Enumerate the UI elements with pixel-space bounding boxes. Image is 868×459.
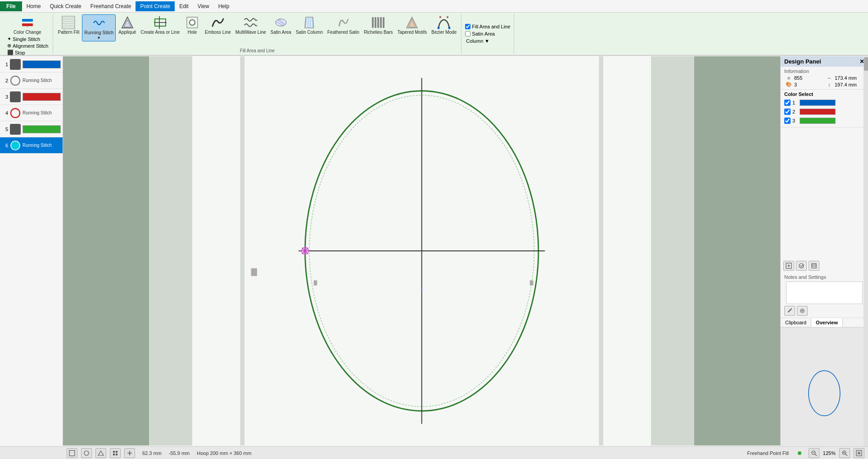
color-bar-5 [23, 125, 61, 133]
color-3-bar [800, 118, 836, 124]
hoop-size: Hoop 200 mm × 360 mm [197, 450, 251, 456]
panel-icon-3[interactable] [809, 261, 819, 271]
bezier-mode-button[interactable]: Bezier Mode [429, 14, 458, 36]
running-stitch-button[interactable]: Running Stitch▾ [82, 14, 116, 41]
color-num-1: 1 [2, 62, 8, 67]
svg-marker-77 [98, 451, 104, 455]
color-1-check[interactable] [784, 100, 791, 106]
multiwave-line-button[interactable]: MultiWave Line [234, 14, 268, 36]
color-change-icon: " [20, 15, 35, 30]
satin-area-label: Satin Area [271, 30, 291, 35]
svg-rect-90 [858, 452, 860, 454]
status-icon-2[interactable] [81, 448, 92, 458]
satin-area-icon [274, 15, 288, 30]
color-row-5[interactable]: 5 [0, 121, 63, 137]
panel-tabs: Clipboard Overview [781, 318, 868, 327]
color-select-row-3[interactable]: 3 [784, 116, 864, 125]
main-canvas[interactable] [192, 56, 651, 445]
height-value: 197.4 mm [835, 82, 864, 87]
tapered-motifs-button[interactable]: Tapered Motifs [396, 14, 429, 36]
svg-rect-81 [116, 454, 118, 455]
clipboard-tab[interactable]: Clipboard [781, 318, 811, 327]
pattern-fill-button[interactable]: Pattern Fill [56, 14, 81, 36]
feathered-satin-icon [336, 15, 351, 30]
color-2-num: 2 [792, 109, 798, 114]
fill-area-line-check[interactable] [465, 24, 470, 29]
svg-rect-79 [116, 451, 118, 453]
create-area-line-button[interactable]: Create Area or Line [139, 14, 181, 36]
fill-type: Freehand Point Fill [747, 450, 789, 456]
emboss-line-button[interactable]: Emboss Line [203, 14, 233, 36]
width-value: 173.4 mm [835, 75, 864, 81]
status-icon-3[interactable] [95, 448, 106, 458]
status-fit-button[interactable] [854, 448, 864, 458]
right-panel-scrollbar[interactable] [863, 56, 868, 459]
svg-point-42 [11, 141, 20, 150]
feathered-satin-button[interactable]: Feathered Satin [326, 14, 361, 36]
color-row-4[interactable]: 4 Running Stitch [0, 105, 63, 121]
notes-label: Notes and Settings [784, 274, 864, 280]
status-icon-1[interactable] [67, 448, 77, 458]
svg-point-76 [84, 451, 89, 455]
zoom-in-button[interactable] [839, 448, 850, 458]
fill-area-line-option[interactable]: Fill Area and Line [464, 23, 511, 30]
zoom-out-button[interactable] [809, 448, 819, 458]
color-select-row-1[interactable]: 1 [784, 98, 864, 107]
emboss-line-label: Emboss Line [205, 30, 231, 35]
color-change-button[interactable]: " Color Change [18, 14, 37, 36]
pattern-fill-icon [61, 15, 76, 30]
freehand-create-menu[interactable]: Freehand Create [86, 1, 136, 11]
satin-area-check[interactable] [465, 31, 470, 36]
color-row-6[interactable]: 6 Running Stitch [0, 137, 63, 154]
color-row-1[interactable]: 1 [0, 56, 63, 73]
color-select-row-2[interactable]: 2 [784, 107, 864, 116]
hole-icon [185, 15, 199, 30]
satin-column-button[interactable]: Satin Column [294, 14, 325, 36]
svg-point-33 [438, 27, 440, 29]
edit-menu[interactable]: Edit [175, 1, 193, 11]
view-menu[interactable]: View [193, 1, 214, 11]
color-row-2[interactable]: 2 Running Stitch [0, 73, 63, 89]
stop-label: Stop [15, 50, 25, 55]
svg-point-38 [11, 76, 20, 85]
create-area-line-icon [153, 15, 167, 30]
overview-tab[interactable]: Overview [811, 318, 843, 327]
notes-icon-1[interactable] [784, 306, 795, 316]
width-icon: ↔ [825, 75, 834, 81]
canvas-area[interactable] [63, 56, 780, 445]
richelieu-bars-button[interactable]: Richelieu Bars [362, 14, 394, 36]
scrollbar-thumb[interactable] [864, 57, 868, 71]
column-option[interactable]: Column ▼ [464, 38, 511, 44]
richelieu-bars-label: Richelieu Bars [364, 30, 393, 35]
status-icon-4[interactable] [110, 448, 121, 458]
point-create-menu[interactable]: Point Create [136, 1, 175, 11]
color-row-3[interactable]: 3 [0, 89, 63, 105]
create-area-line-label: Create Area or Line [140, 30, 180, 35]
satin-area-option[interactable]: Satin Area [464, 31, 511, 37]
stop-button[interactable]: ⬛ Stop [5, 49, 50, 56]
single-stitch-button[interactable]: ✦ Single Stitch [5, 36, 50, 42]
svg-rect-67 [812, 264, 816, 268]
panel-spacer [781, 127, 868, 259]
notes-icon-2[interactable] [797, 306, 808, 316]
applique-button[interactable]: Appliqué [117, 14, 138, 36]
help-menu[interactable]: Help [214, 1, 234, 11]
file-menu[interactable]: File [0, 1, 22, 11]
svg-rect-37 [10, 59, 21, 70]
notes-textarea[interactable] [786, 282, 863, 304]
hole-button[interactable]: Hole [182, 14, 202, 36]
home-menu[interactable]: Home [22, 1, 45, 11]
panel-icon-2[interactable] [796, 261, 807, 271]
alignment-stitch-button[interactable]: ⊕ Alignment Stitch [5, 42, 50, 49]
stitch-count-value: 855 [794, 75, 824, 81]
panel-icon-1[interactable] [783, 261, 794, 271]
status-icon-5[interactable] [124, 448, 135, 458]
color-3-check[interactable] [784, 118, 791, 124]
color-bar-1 [23, 60, 61, 68]
svg-rect-75 [69, 450, 75, 456]
tapered-motifs-icon [405, 15, 419, 30]
quick-create-menu[interactable]: Quick Create [45, 1, 86, 11]
color-icon-3 [10, 91, 21, 102]
satin-area-button[interactable]: Satin Area [269, 14, 293, 36]
color-2-check[interactable] [784, 109, 791, 115]
